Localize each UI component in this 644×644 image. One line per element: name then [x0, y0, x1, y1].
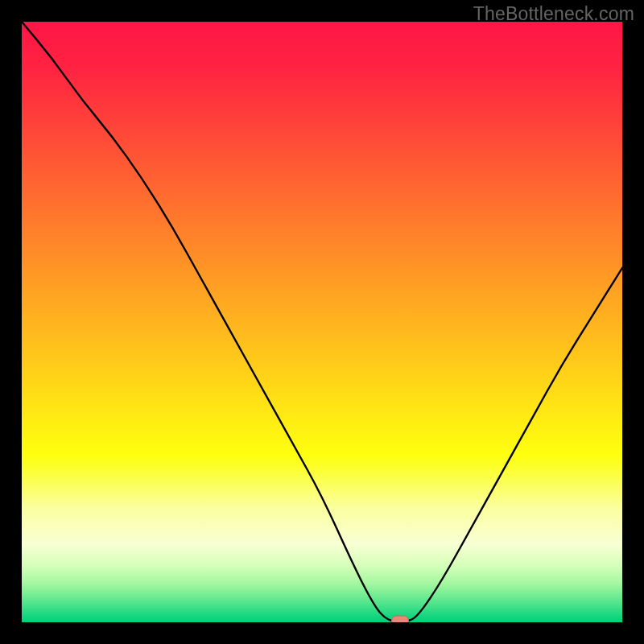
watermark-text: TheBottleneck.com — [473, 3, 634, 25]
plot-area — [22, 22, 622, 622]
optimal-marker — [391, 616, 408, 622]
plot-svg — [22, 22, 622, 622]
chart-frame: TheBottleneck.com — [0, 0, 644, 644]
gradient-background — [22, 22, 622, 622]
